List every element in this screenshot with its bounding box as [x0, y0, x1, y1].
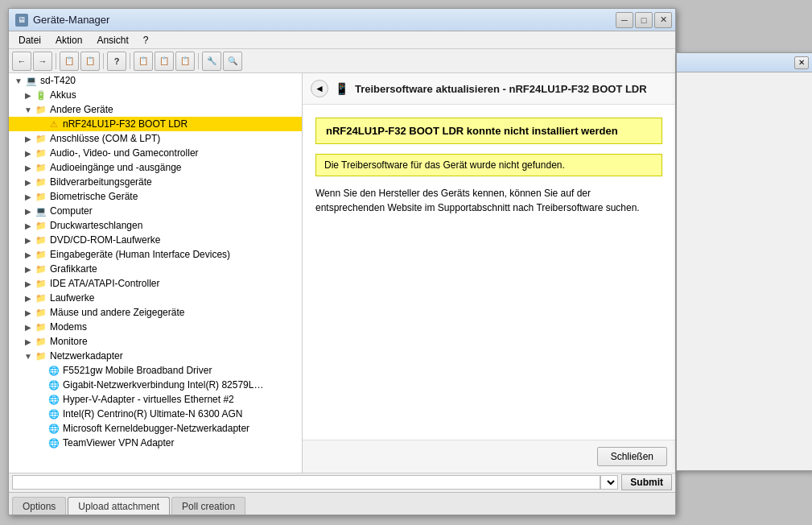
expand-akkus[interactable]: ▶ [22, 89, 35, 101]
overlay-titlebar: ✕ [677, 53, 812, 72]
expand-druck[interactable]: ▶ [22, 219, 35, 232]
tree-item-laufwerke[interactable]: ▶ 📁 Laufwerke [9, 291, 302, 305]
tree-item-nrf[interactable]: ▶ ⚠ nRF24LU1P-F32 BOOT LDR [9, 117, 302, 131]
toolbar-btn-3[interactable]: 📋 [60, 52, 79, 71]
tree-item-audio[interactable]: ▶ 📁 Audio-, Video- und Gamecontroller [9, 146, 302, 160]
toolbar-separator-4 [198, 53, 199, 69]
expand-maeuse[interactable]: ▶ [22, 306, 35, 319]
status-select[interactable] [600, 475, 618, 490]
overlay-close-button[interactable]: ✕ [794, 56, 809, 69]
maximize-button[interactable]: □ [635, 12, 653, 28]
minimize-button[interactable]: ─ [616, 12, 633, 28]
panel-title: Treibersoftware aktualisieren - nRF24LU1… [355, 83, 647, 95]
toolbar-btn-8[interactable]: 📋 [175, 52, 195, 71]
close-button[interactable]: ✕ [654, 12, 672, 28]
tree-root[interactable]: ▼ 💻 sd-T420 [9, 73, 302, 88]
window-icon: 🖥 [15, 14, 28, 27]
tree-item-intel[interactable]: ▶ 🌐 Intel(R) Centrino(R) Ultimate-N 6300… [9, 407, 302, 421]
tree-item-dvd[interactable]: ▶ 📁 DVD/CD-ROM-Laufwerke [9, 233, 302, 247]
toolbar-separator-2 [103, 53, 104, 69]
expand-anschluesse[interactable]: ▶ [22, 132, 35, 145]
tree-item-maeuse[interactable]: ▶ 📁 Mäuse und andere Zeigegeräte [9, 305, 302, 320]
tree-label-netz: Netzwerkadapter [50, 350, 123, 362]
tree-label-mskernel: Microsoft Kerneldebugger-Netzwerkadapter [63, 423, 249, 434]
submit-button[interactable]: Submit [621, 474, 672, 490]
expand-root[interactable]: ▼ [12, 74, 25, 87]
tree-item-ide[interactable]: ▶ 📁 IDE ATA/ATAPI-Controller [9, 276, 302, 291]
hyperv-icon: 🌐 [47, 393, 60, 406]
toolbar-btn-4[interactable]: 📋 [80, 52, 100, 71]
tree-label-monitore: Monitore [50, 336, 88, 347]
window-controls: ─ □ ✕ [616, 12, 672, 28]
expand-bild[interactable]: ▶ [22, 176, 35, 188]
menu-ansicht[interactable]: Ansicht [90, 33, 134, 48]
tree-item-computer[interactable]: ▶ 💻 Computer [9, 204, 302, 218]
expand-biometrie[interactable]: ▶ [22, 190, 35, 203]
expand-ide[interactable]: ▶ [22, 277, 35, 290]
intel-icon: 🌐 [47, 407, 60, 420]
expand-eingabe[interactable]: ▶ [22, 248, 35, 261]
close-panel-button[interactable]: Schließen [597, 447, 667, 466]
toolbar-btn-6[interactable]: 📋 [134, 52, 153, 71]
tree-item-modems[interactable]: ▶ 📁 Modems [9, 320, 302, 334]
menu-datei[interactable]: Datei [12, 33, 47, 48]
computer-icon: 💻 [25, 74, 38, 87]
expand-grafik[interactable]: ▶ [22, 262, 35, 275]
toolbar-separator-1 [56, 53, 56, 69]
toolbar-help-btn[interactable]: ? [107, 52, 126, 71]
tree-item-teamviewer[interactable]: ▶ 🌐 TeamViewer VPN Adapter [9, 436, 302, 450]
expand-andere[interactable]: ▼ [22, 103, 35, 116]
tree-item-bild[interactable]: ▶ 📁 Bildverarbeitungsgeräte [9, 175, 302, 189]
tree-item-mskernel[interactable]: ▶ 🌐 Microsoft Kerneldebugger-Netzwerkada… [9, 421, 302, 436]
forward-toolbar-btn[interactable]: → [33, 52, 52, 71]
menu-aktion[interactable]: Aktion [49, 33, 89, 48]
tab-options[interactable]: Options [12, 497, 66, 515]
toolbar-filter-btn[interactable]: 🔍 [223, 52, 242, 71]
expand-computer[interactable]: ▶ [22, 205, 35, 217]
tree-item-monitore[interactable]: ▶ 📁 Monitore [9, 334, 302, 349]
toolbar-scan-btn[interactable]: 🔧 [202, 52, 221, 71]
tree-item-gigabit[interactable]: ▶ 🌐 Gigabit-Netzwerkverbindung Intel(R) … [9, 378, 302, 392]
tree-item-hyperv[interactable]: ▶ 🌐 Hyper-V-Adapter - virtuelles Etherne… [9, 392, 302, 407]
tree-label-akkus: Akkus [50, 89, 76, 101]
tree-item-f5521[interactable]: ▶ 🌐 F5521gw Mobile Broadband Driver [9, 363, 302, 378]
tree-item-netz[interactable]: ▼ 📁 Netzwerkadapter [9, 349, 302, 363]
tree-item-akkus[interactable]: ▶ 🔋 Akkus [9, 88, 302, 102]
tab-poll[interactable]: Poll creation [171, 497, 245, 515]
error-title: nRF24LU1P-F32 BOOT LDR konnte nicht inst… [326, 125, 618, 137]
expand-audioeingaenge[interactable]: ▶ [22, 161, 35, 174]
status-input[interactable] [12, 475, 600, 490]
bottom-tabs: Options Upload attachment Poll creation [9, 492, 675, 515]
expand-laufwerke[interactable]: ▶ [22, 291, 35, 304]
grafik-icon: 📁 [35, 262, 47, 275]
tree-item-biometrie[interactable]: ▶ 📁 Biometrische Geräte [9, 189, 302, 204]
tree-label-laufwerke: Laufwerke [50, 292, 94, 304]
back-toolbar-btn[interactable]: ← [12, 52, 31, 71]
tree-item-andere[interactable]: ▼ 📁 Andere Geräte [9, 102, 302, 117]
title-bar-left: 🖥 Geräte-Manager [15, 14, 109, 27]
tree-item-eingabe[interactable]: ▶ 📁 Eingabegeräte (Human Interface Devic… [9, 247, 302, 262]
tree-item-anschluesse[interactable]: ▶ 📁 Anschlüsse (COM & LPT) [9, 131, 302, 146]
expand-monitore[interactable]: ▶ [22, 335, 35, 348]
menu-bar: Datei Aktion Ansicht ? [9, 31, 675, 49]
tree-label-grafik: Grafikkarte [50, 263, 97, 275]
tree-label-druck: Druckwarteschlangen [50, 220, 142, 231]
druck-icon: 📁 [35, 219, 47, 232]
tree-item-audioeingaenge[interactable]: ▶ 📁 Audioeingänge und -ausgänge [9, 160, 302, 175]
akkus-icon: 🔋 [35, 89, 47, 101]
right-panel-footer: Schließen [303, 440, 675, 473]
computer-sub-icon: 💻 [35, 205, 47, 217]
back-button[interactable]: ◄ [311, 80, 328, 97]
overlay-window: ✕ [676, 52, 812, 471]
expand-modems[interactable]: ▶ [22, 320, 35, 333]
tab-upload[interactable]: Upload attachment [68, 497, 170, 515]
expand-dvd[interactable]: ▶ [22, 234, 35, 246]
tree-item-druck[interactable]: ▶ 📁 Druckwarteschlangen [9, 218, 302, 233]
expand-netz[interactable]: ▼ [22, 349, 35, 362]
menu-help[interactable]: ? [137, 33, 155, 48]
device-icon: 📱 [335, 82, 348, 95]
tree-label-computer: Computer [50, 205, 93, 217]
tree-item-grafik[interactable]: ▶ 📁 Grafikkarte [9, 262, 302, 276]
expand-audio[interactable]: ▶ [22, 147, 35, 159]
toolbar-btn-7[interactable]: 📋 [155, 52, 174, 71]
